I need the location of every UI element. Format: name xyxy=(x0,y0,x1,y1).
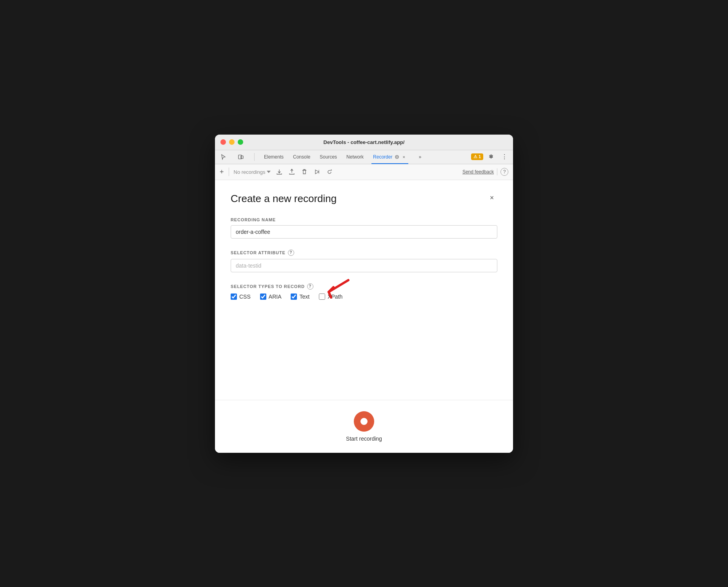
replay-icon[interactable] xyxy=(324,166,335,177)
checkbox-css[interactable]: CSS xyxy=(231,294,251,300)
dialog-title: Create a new recording xyxy=(231,193,337,205)
checkbox-css-input[interactable] xyxy=(231,294,237,300)
selector-types-section: SELECTOR TYPES TO RECORD ? CSS ARIA xyxy=(231,283,497,300)
window-title: DevTools - coffee-cart.netlify.app/ xyxy=(324,139,405,145)
svg-point-3 xyxy=(397,156,398,157)
more-tabs-button[interactable]: » xyxy=(415,151,426,162)
dialog-footer: Start recording xyxy=(215,400,513,453)
recording-name-label: RECORDING NAME xyxy=(231,217,497,222)
close-button[interactable] xyxy=(220,139,226,145)
tab-bar: Elements Console Sources Network Recorde… xyxy=(215,150,513,164)
tab-elements[interactable]: Elements xyxy=(262,151,285,164)
rec-toolbar-icons xyxy=(274,166,335,177)
toolbar-right: ⚠ 1 ⋮ xyxy=(471,151,510,162)
notification-badge[interactable]: ⚠ 1 xyxy=(471,153,483,160)
start-recording-button[interactable] xyxy=(354,411,374,432)
tab-divider-1 xyxy=(254,153,255,161)
record-button-inner xyxy=(360,418,368,425)
send-feedback-link[interactable]: Send feedback xyxy=(462,169,494,175)
tab-recorder[interactable]: Recorder × xyxy=(371,151,408,164)
recording-name-input[interactable] xyxy=(231,225,497,239)
selector-attribute-help-icon[interactable]: ? xyxy=(288,250,294,256)
delete-icon[interactable] xyxy=(299,166,310,177)
more-options-icon[interactable]: ⋮ xyxy=(499,151,510,162)
selector-attribute-label: SELECTOR ATTRIBUTE ? xyxy=(231,250,497,256)
checkbox-xpath[interactable]: XPath xyxy=(319,294,342,300)
selector-types-checkboxes: CSS ARIA Text XPath xyxy=(231,294,497,300)
rec-divider xyxy=(229,168,229,176)
checkbox-aria-input[interactable] xyxy=(260,294,266,300)
recordings-dropdown[interactable]: No recordings xyxy=(234,169,271,175)
settings-icon[interactable] xyxy=(486,151,497,162)
add-recording-button[interactable]: + xyxy=(220,168,224,175)
selector-attribute-section: SELECTOR ATTRIBUTE ? xyxy=(231,250,497,272)
svg-rect-1 xyxy=(241,156,243,159)
traffic-lights xyxy=(220,139,243,145)
checkbox-xpath-input[interactable] xyxy=(319,294,325,300)
tab-network[interactable]: Network xyxy=(345,151,365,164)
checkbox-aria[interactable]: ARIA xyxy=(260,294,282,300)
minimize-button[interactable] xyxy=(229,139,235,145)
play-icon[interactable] xyxy=(311,166,322,177)
selector-attribute-input[interactable] xyxy=(231,259,497,272)
title-bar: DevTools - coffee-cart.netlify.app/ xyxy=(215,135,513,150)
feedback-divider xyxy=(497,168,497,175)
help-icon[interactable]: ? xyxy=(500,168,508,176)
checkbox-text-input[interactable] xyxy=(291,294,297,300)
export-icon[interactable] xyxy=(274,166,285,177)
tab-console[interactable]: Console xyxy=(291,151,312,164)
tab-sources[interactable]: Sources xyxy=(318,151,339,164)
dialog-header: Create a new recording × xyxy=(231,193,497,205)
selector-types-help-icon[interactable]: ? xyxy=(307,283,313,290)
cursor-icon[interactable] xyxy=(218,151,229,162)
close-tab-button[interactable]: × xyxy=(401,154,406,160)
devtools-window: DevTools - coffee-cart.netlify.app/ Elem… xyxy=(215,135,513,453)
selector-types-label: SELECTOR TYPES TO RECORD ? xyxy=(231,283,497,290)
start-recording-label: Start recording xyxy=(346,436,382,442)
main-content: Create a new recording × RECORDING NAME … xyxy=(215,180,513,400)
maximize-button[interactable] xyxy=(238,139,243,145)
recorder-toolbar: + No recordings xyxy=(215,164,513,180)
checkbox-text[interactable]: Text xyxy=(291,294,309,300)
rec-toolbar-right: Send feedback ? xyxy=(462,168,508,176)
close-dialog-button[interactable]: × xyxy=(486,193,497,204)
device-toolbar-icon[interactable] xyxy=(235,151,246,162)
import-icon[interactable] xyxy=(286,166,297,177)
recording-name-section: RECORDING NAME xyxy=(231,217,497,239)
